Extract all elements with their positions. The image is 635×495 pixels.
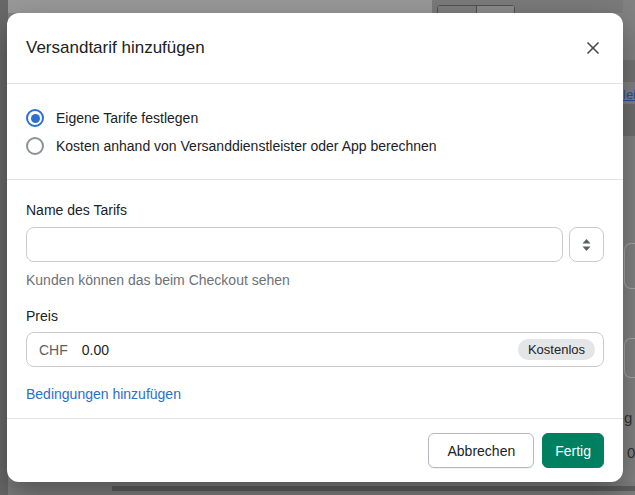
- radio-unselected-icon[interactable]: [26, 137, 44, 155]
- currency-prefix: CHF: [39, 342, 68, 358]
- background-right-band: [623, 104, 635, 136]
- background-link-fragment: lei: [623, 87, 635, 102]
- background-text-fragment: 0: [627, 444, 635, 461]
- radio-option-label: Eigene Tarife festlegen: [56, 110, 198, 126]
- background-right-band: [623, 60, 635, 82]
- modal-header: Versandtarif hinzufügen: [7, 13, 623, 84]
- rate-form-section: Name des Tarifs Kunden können das beim C…: [7, 180, 623, 418]
- close-button[interactable]: [578, 33, 608, 63]
- radio-selected-icon[interactable]: [26, 109, 44, 127]
- background-text-fragment: g: [624, 409, 632, 426]
- rate-name-helper-text: Kunden können das beim Checkout sehen: [26, 270, 604, 290]
- rate-name-select-button[interactable]: [569, 227, 604, 262]
- background-input-corner: [624, 243, 635, 289]
- radio-option-carrier-calculated[interactable]: Kosten anhand von Versanddienstleister o…: [26, 137, 604, 155]
- background-top-area: [8, 0, 432, 13]
- modal-footer: Abbrechen Fertig: [7, 418, 623, 482]
- page-background: lei g 0 Versandtarif hinzufügen: [0, 0, 635, 495]
- rate-name-input[interactable]: [26, 227, 563, 262]
- background-table-row-band: [112, 486, 635, 491]
- rate-name-label: Name des Tarifs: [26, 200, 604, 220]
- radio-option-own-rates[interactable]: Eigene Tarife festlegen: [26, 109, 604, 127]
- price-input[interactable]: [80, 341, 506, 359]
- done-button[interactable]: Fertig: [542, 433, 604, 468]
- select-toggle-icon: [581, 238, 592, 252]
- radio-option-label: Kosten anhand von Versanddienstleister o…: [56, 138, 437, 154]
- add-shipping-rate-modal: Versandtarif hinzufügen Eigene Tarife fe…: [7, 13, 623, 482]
- free-badge: Kostenlos: [518, 339, 595, 360]
- rate-name-row: [26, 227, 604, 262]
- background-input-corner: [624, 338, 635, 378]
- add-conditions-link[interactable]: Bedingungen hinzufügen: [26, 386, 181, 402]
- radio-dot: [31, 114, 40, 123]
- cancel-button[interactable]: Abbrechen: [428, 433, 534, 468]
- rate-type-radio-group: Eigene Tarife festlegen Kosten anhand vo…: [7, 84, 623, 180]
- price-input-group[interactable]: CHF Kostenlos: [26, 332, 604, 367]
- modal-title: Versandtarif hinzufügen: [26, 38, 205, 58]
- price-label: Preis: [26, 306, 604, 326]
- close-icon: [585, 40, 601, 56]
